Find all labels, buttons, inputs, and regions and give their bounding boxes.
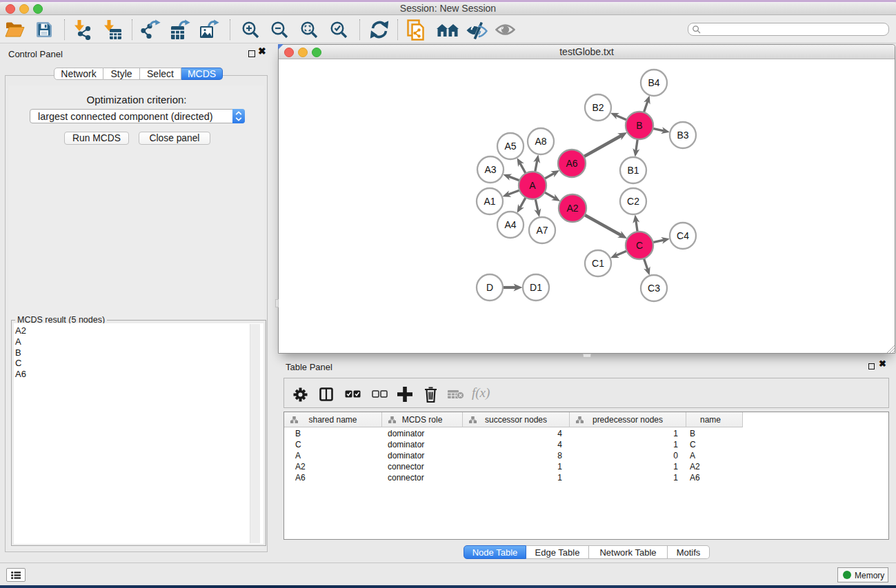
svg-text:A2: A2	[566, 203, 578, 214]
svg-text:B4: B4	[648, 77, 659, 88]
svg-text:C3: C3	[648, 283, 660, 294]
svg-text:A1: A1	[484, 196, 495, 207]
svg-text:B2: B2	[592, 102, 604, 113]
svg-text:C1: C1	[592, 258, 604, 269]
svg-text:C: C	[636, 240, 643, 251]
svg-text:A6: A6	[566, 158, 577, 169]
svg-text:C2: C2	[627, 196, 639, 207]
svg-text:A: A	[529, 180, 536, 191]
svg-text:A3: A3	[484, 164, 496, 175]
svg-text:A8: A8	[535, 136, 546, 147]
svg-text:B1: B1	[627, 165, 639, 176]
svg-text:A4: A4	[504, 219, 516, 230]
svg-text:D: D	[486, 282, 493, 293]
svg-text:A5: A5	[504, 141, 516, 152]
svg-text:B3: B3	[677, 130, 688, 141]
svg-text:B: B	[636, 120, 642, 131]
svg-text:D1: D1	[530, 282, 542, 293]
svg-text:C4: C4	[677, 230, 689, 241]
svg-text:A7: A7	[536, 225, 548, 236]
